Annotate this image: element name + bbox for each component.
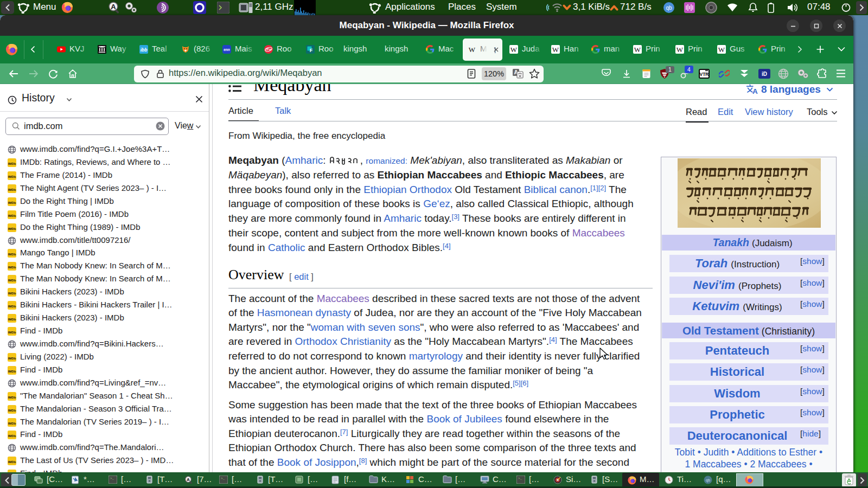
svg-text:IMDb: IMDb	[8, 279, 16, 282]
svg-text:IMDb: IMDb	[8, 434, 16, 438]
svg-text:VTR: VTR	[700, 72, 709, 77]
svg-text:>_: >_	[110, 477, 114, 480]
svg-text:qb: qb	[666, 5, 672, 11]
svg-text:IMDb: IMDb	[8, 460, 16, 464]
svg-text:IMDb: IMDb	[8, 331, 16, 334]
svg-text:W: W	[469, 46, 476, 54]
svg-text:F: F	[310, 48, 313, 53]
svg-text:IMDb: IMDb	[8, 409, 16, 412]
svg-text:IMDb: IMDb	[8, 370, 16, 373]
svg-text:A: A	[111, 3, 116, 11]
svg-text:IMDb: IMDb	[8, 214, 16, 217]
svg-text:W: W	[510, 46, 518, 54]
svg-text:W: W	[552, 46, 559, 54]
svg-text:A: A	[752, 87, 758, 94]
svg-text:>_: >_	[221, 477, 225, 480]
svg-text:IMDb: IMDb	[8, 266, 16, 269]
svg-text:IMDb: IMDb	[8, 305, 16, 308]
svg-text:IMDb: IMDb	[8, 201, 16, 204]
svg-text:IMDb: IMDb	[8, 396, 16, 399]
svg-text:enn: enn	[224, 48, 230, 52]
svg-text:A: A	[187, 477, 190, 482]
svg-text:qb: qb	[706, 478, 710, 483]
svg-text:TFm: TFm	[265, 48, 272, 51]
svg-text:IMDb: IMDb	[8, 227, 16, 230]
svg-text:W: W	[718, 46, 725, 54]
svg-text:IMDb: IMDb	[8, 253, 16, 256]
svg-text:IMDb: IMDb	[8, 292, 16, 295]
svg-text:IMDb: IMDb	[8, 357, 16, 360]
svg-text:W: W	[676, 46, 684, 54]
svg-text:ibb: ibb	[141, 47, 148, 53]
svg-text:>_: >_	[518, 477, 522, 480]
svg-text:IMDb: IMDb	[8, 175, 16, 178]
svg-text:W: W	[634, 46, 641, 54]
svg-text:IMDb: IMDb	[8, 422, 16, 425]
svg-text:IMDb: IMDb	[8, 188, 16, 191]
svg-text:IMDb: IMDb	[8, 318, 16, 321]
svg-text:iD: iD	[762, 71, 767, 77]
svg-text:IMDb: IMDb	[8, 162, 16, 165]
